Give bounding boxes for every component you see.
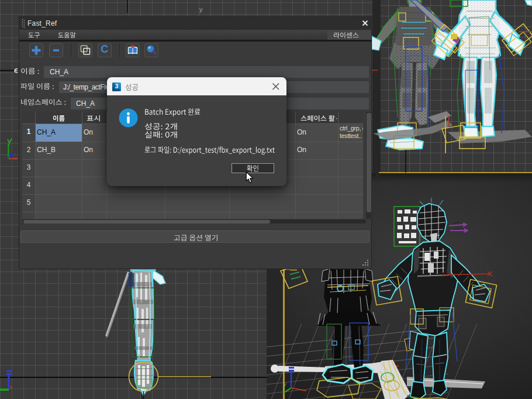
svg-text:x: x	[9, 384, 12, 390]
svg-text:3: 3	[115, 83, 119, 90]
svg-text:y: y	[199, 6, 203, 13]
svg-text:y: y	[284, 381, 286, 387]
